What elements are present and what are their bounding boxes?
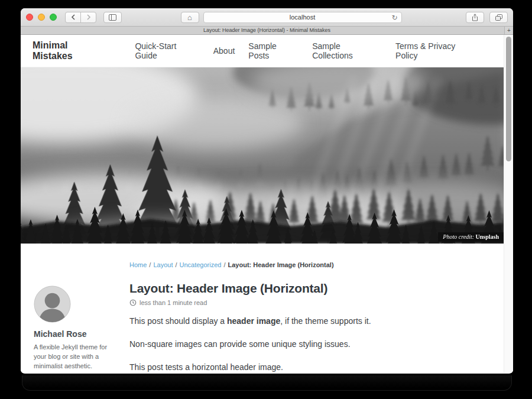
tab-bar: Layout: Header Image (Horizontal) - Mini…	[21, 27, 513, 35]
breadcrumb-home[interactable]: Home	[129, 261, 147, 268]
nav-quick-start-guide[interactable]: Quick-Start Guide	[135, 41, 199, 60]
photo-credit-link[interactable]: Unsplash	[476, 233, 499, 240]
hero-image-svg	[21, 67, 504, 244]
author-avatar	[34, 286, 71, 323]
back-button[interactable]	[65, 12, 81, 23]
scrollbar-thumb[interactable]	[506, 37, 511, 161]
home-icon: ⌂	[187, 14, 192, 21]
paragraph: Non-square images can provide some uniqu…	[129, 339, 489, 350]
forward-icon	[86, 14, 91, 20]
page-title: Layout: Header Image (Horizontal)	[129, 281, 489, 296]
minimize-window-button[interactable]	[38, 14, 45, 21]
breadcrumb-separator: /	[223, 261, 225, 268]
clock-icon	[129, 299, 137, 306]
tabs-icon	[495, 14, 502, 21]
new-tab-button[interactable]: +	[504, 27, 513, 34]
share-icon	[472, 14, 478, 21]
nav-about[interactable]: About	[213, 46, 235, 56]
breadcrumb-separator: /	[175, 261, 177, 268]
url-text: localhost	[290, 14, 315, 21]
site-masthead: Minimal Mistakes Quick-Start Guide About…	[21, 35, 504, 67]
article-main: Home/Layout/Uncategorized/Layout: Header…	[129, 261, 489, 373]
breadcrumb-layout[interactable]: Layout	[153, 261, 173, 268]
tab-overview-button[interactable]	[489, 12, 508, 23]
sidebar-icon	[109, 14, 116, 21]
breadcrumb-separator: /	[149, 261, 151, 268]
author-bio: A flexible Jekyll theme for your blog or…	[34, 343, 109, 371]
read-time-text: less than 1 minute read	[140, 299, 207, 306]
browser-window: ⌂ localhost ↻ Layout: Header Image (Hori…	[21, 8, 513, 374]
header-image: Photo credit: Unsplash	[21, 67, 504, 244]
author-sidebar: Michael Rose A flexible Jekyll theme for…	[34, 261, 109, 373]
home-button[interactable]: ⌂	[181, 12, 199, 23]
reload-icon[interactable]: ↻	[391, 13, 397, 23]
history-nav-group	[65, 12, 96, 23]
page-scrollbar[interactable]	[504, 35, 513, 373]
breadcrumb-uncategorized[interactable]: Uncategorized	[180, 261, 222, 268]
nav-sample-posts[interactable]: Sample Posts	[248, 41, 299, 60]
paragraph: This post should display a header image,…	[129, 316, 489, 327]
breadcrumb: Home/Layout/Uncategorized/Layout: Header…	[129, 261, 489, 268]
photo-credit: Photo credit: Unsplash	[438, 232, 504, 242]
paragraph: This post tests a horizontal header imag…	[129, 362, 489, 373]
window-reflection	[22, 375, 512, 391]
sidebar-toggle-button[interactable]	[103, 12, 122, 23]
site-title-link[interactable]: Minimal Mistakes	[33, 40, 109, 61]
breadcrumb-current: Layout: Header Image (Horizontal)	[228, 261, 334, 268]
nav-sample-collections[interactable]: Sample Collections	[312, 41, 382, 60]
zoom-window-button[interactable]	[50, 14, 57, 21]
photo-credit-label: Photo credit:	[443, 233, 475, 240]
forward-button[interactable]	[80, 12, 96, 23]
read-time: less than 1 minute read	[129, 299, 489, 306]
address-bar[interactable]: localhost ↻	[203, 12, 402, 23]
browser-toolbar: ⌂ localhost ↻	[21, 8, 513, 27]
page-content: Minimal Mistakes Quick-Start Guide About…	[21, 35, 504, 373]
active-tab[interactable]: Layout: Header Image (Horizontal) - Mini…	[21, 27, 513, 34]
close-window-button[interactable]	[26, 14, 33, 21]
share-button[interactable]	[466, 12, 484, 23]
back-icon	[71, 14, 76, 20]
author-name: Michael Rose	[34, 329, 109, 339]
nav-terms-privacy[interactable]: Terms & Privacy Policy	[395, 41, 478, 60]
